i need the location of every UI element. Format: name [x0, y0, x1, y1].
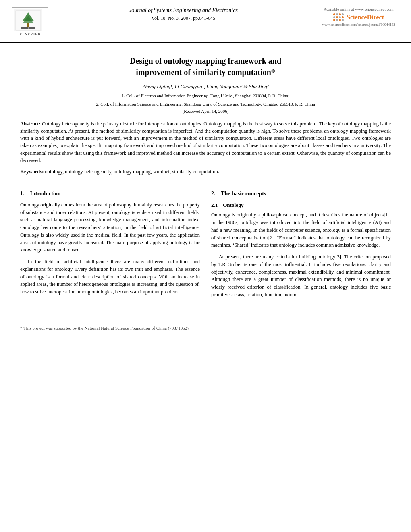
keywords-section: Keywords: ontology, ontology heterogenei…	[20, 168, 391, 175]
svg-rect-1	[27, 23, 29, 28]
journal-info: Journal of Systems Engineering and Elect…	[48, 7, 318, 21]
page-header: ELSEVIER Journal of Systems Engineering …	[0, 0, 411, 43]
right-column: 2. The basic concepts 2.1 Ontology Ontol…	[211, 189, 391, 303]
sciencedirect-logo: ScienceDirect	[318, 13, 399, 21]
main-content: Design of ontology mapping framework and…	[0, 43, 411, 315]
intro-paragraph-2: In the field of artificial intelligence …	[20, 258, 200, 296]
keywords-label: Keywords:	[20, 169, 44, 175]
sciencedirect-info: Available online at www.sciencedirect.co…	[318, 7, 399, 27]
sd-dot	[336, 16, 338, 18]
sd-dot	[333, 16, 335, 18]
sd-dot	[333, 19, 335, 21]
sd-dot	[339, 13, 341, 15]
basic-concepts-heading: 2. The basic concepts	[211, 189, 391, 198]
sd-dot	[333, 13, 335, 15]
journal-name: Journal of Systems Engineering and Elect…	[56, 7, 310, 14]
paper-title: Design of ontology mapping framework and…	[20, 55, 391, 78]
abstract-section: Abstract: Ontology heterogeneity is the …	[20, 120, 391, 164]
affiliation-2: 2. Coll. of Information Science and Engi…	[20, 101, 391, 108]
sciencedirect-brand-name: ScienceDirect	[347, 14, 384, 21]
ontology-subheading: 2.1 Ontology	[211, 201, 391, 209]
abstract-text: Ontology heterogeneity is the primary ob…	[20, 121, 391, 163]
elsevier-logo: ELSEVIER	[12, 7, 48, 38]
affiliation-1: 1. Coll. of Electron and Information Eng…	[20, 92, 391, 99]
sd-dots-icon	[333, 13, 344, 21]
sd-dot	[342, 19, 344, 21]
sd-dot	[336, 13, 338, 15]
abstract-label: Abstract:	[20, 121, 41, 127]
title-section: Design of ontology mapping framework and…	[20, 51, 391, 114]
title-line1: Design of ontology mapping framework and	[130, 56, 281, 65]
intro-paragraph-1: Ontology originally comes from the area …	[20, 201, 200, 254]
authors: Zheng Liping¹, Li Guangyao¹, Liang Yongq…	[20, 83, 391, 90]
available-online-text: Available online at www.sciencedirect.co…	[318, 7, 399, 12]
footnote-text: * This project was supported by the Nati…	[20, 326, 190, 330]
sd-dot	[339, 16, 341, 18]
keywords-text: ontology, ontology heterogeneity, ontolo…	[45, 169, 219, 175]
introduction-heading: 1. Introduction	[20, 189, 200, 198]
ontology-paragraph-1: Ontology is originally a philosophical c…	[211, 211, 391, 249]
received-date: (Received April 14, 2006)	[20, 109, 391, 114]
elsevier-tree-icon	[15, 10, 42, 31]
two-column-body: 1. Introduction Ontology originally come…	[20, 189, 391, 303]
left-column: 1. Introduction Ontology originally come…	[20, 189, 200, 303]
sciencedirect-url: www.sciencedirect.com/science/journal/10…	[318, 23, 399, 27]
title-line2: improvement of similarity computation*	[136, 68, 275, 77]
journal-volume: Vol. 18, No. 3, 2007, pp.641-645	[56, 15, 310, 21]
elsevier-brand-text: ELSEVIER	[14, 32, 46, 36]
sd-dot	[336, 19, 338, 21]
sd-dot	[342, 13, 344, 15]
ontology-paragraph-2: At present, there are many criteria for …	[211, 253, 391, 299]
section-divider	[20, 183, 391, 183]
page-footer: * This project was supported by the Nati…	[20, 323, 391, 330]
sd-dot	[339, 19, 341, 21]
sd-dot	[342, 16, 344, 18]
